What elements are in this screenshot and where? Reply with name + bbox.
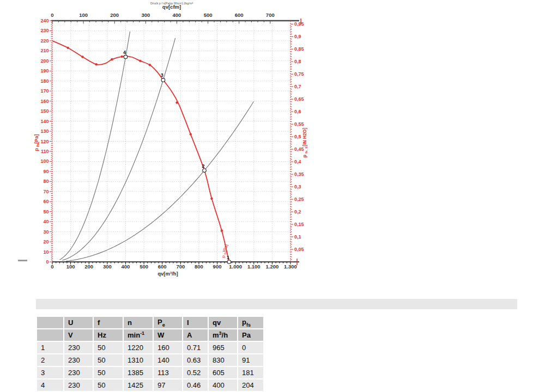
svg-text:70: 70 (43, 189, 49, 194)
table-cell: 2 (37, 354, 63, 366)
grid (52, 21, 290, 262)
svg-text:0,8: 0,8 (294, 59, 301, 64)
operating-point-marker-4 (124, 55, 128, 59)
operating-point-marker-3 (161, 78, 165, 82)
svg-text:0,7: 0,7 (294, 84, 301, 89)
svg-text:100: 100 (79, 12, 88, 18)
svg-text:120: 120 (40, 139, 49, 144)
table-cell: 50 (94, 379, 123, 391)
table-cell: 50 (94, 367, 123, 378)
table-row: 22305013101400.6383091 (37, 354, 263, 366)
svg-text:0,05: 0,05 (294, 247, 304, 252)
table-cell: 113 (154, 367, 182, 378)
units-row: VHzmin-1WAm3/hPa (37, 329, 263, 341)
fan-performance-chart: Druck p f s[Pa]qv Rho=1.2kg/m³qv[cfm]qv[… (0, 0, 327, 294)
svg-text:0: 0 (46, 259, 49, 265)
table-cell: 1310 (124, 354, 153, 366)
header-cell: I (183, 317, 208, 328)
fan-curve: p fs[Pa] (52, 41, 229, 262)
unit-cell: Pa (238, 329, 263, 341)
table-cell: 97 (154, 379, 182, 391)
curve-sample-dot (210, 198, 213, 200)
svg-text:60: 60 (43, 199, 49, 204)
svg-text:0,9: 0,9 (294, 34, 301, 39)
svg-text:1.000: 1.000 (229, 264, 242, 270)
table-cell: 965 (209, 342, 237, 353)
curve-sample-dot (221, 230, 223, 232)
curve-sample-dot (81, 56, 83, 58)
header-row: UfnPeIqvpfs (37, 317, 263, 328)
svg-text:10: 10 (43, 249, 49, 255)
fan-pressure-curve (52, 41, 229, 262)
curve-sample-dot (139, 60, 141, 62)
divider-dash (18, 260, 27, 261)
svg-text:500: 500 (140, 264, 148, 270)
svg-text:100: 100 (40, 158, 49, 164)
svg-text:140: 140 (40, 119, 49, 124)
unit-cell: A (183, 329, 208, 341)
table-cell: 0.63 (183, 354, 208, 366)
table-cell: 0.46 (183, 379, 208, 391)
svg-text:210: 210 (40, 48, 49, 53)
svg-text:0,85: 0,85 (294, 46, 304, 52)
system-curve-3 (63, 38, 175, 260)
curve-sample-dot (66, 47, 69, 49)
operating-point-marker-2 (203, 169, 207, 173)
table-cell: 230 (64, 354, 93, 366)
svg-text:230: 230 (40, 28, 49, 33)
svg-text:1.200: 1.200 (265, 264, 278, 270)
svg-text:0,5: 0,5 (294, 134, 301, 139)
svg-text:0,65: 0,65 (294, 96, 304, 102)
table-cell: 230 (64, 342, 93, 353)
table-row: 12305012201600.719650 (37, 342, 263, 353)
svg-text:150: 150 (40, 108, 49, 114)
svg-text:300: 300 (141, 12, 150, 18)
curve-sample-dot (95, 63, 97, 65)
svg-text:300: 300 (103, 264, 112, 270)
curve-sample-dot (149, 64, 151, 66)
svg-text:0,35: 0,35 (294, 171, 304, 177)
svg-text:500: 500 (204, 12, 213, 18)
svg-text:130: 130 (40, 128, 49, 134)
svg-text:40: 40 (43, 219, 49, 224)
table-cell: 830 (209, 354, 237, 366)
system-curves (59, 32, 253, 261)
svg-text:200: 200 (84, 264, 93, 270)
svg-text:0,1: 0,1 (294, 234, 301, 240)
svg-text:180: 180 (40, 78, 49, 84)
operating-point-marker-1 (227, 260, 231, 264)
table-cell: 160 (154, 342, 182, 353)
header-cell: n (124, 317, 153, 328)
svg-text:0,6: 0,6 (294, 109, 301, 114)
svg-text:160: 160 (40, 99, 49, 104)
svg-text:1.100: 1.100 (247, 264, 261, 270)
table-cell: 0.71 (183, 342, 208, 353)
table-cell: 1220 (124, 342, 153, 353)
svg-text:700: 700 (176, 264, 185, 270)
table-cell: 50 (94, 342, 123, 353)
svg-text:90: 90 (43, 169, 49, 174)
svg-text:600: 600 (158, 264, 167, 270)
svg-text:qv[m³/h]: qv[m³/h] (158, 271, 178, 277)
unit-cell: m3/h (209, 329, 237, 341)
unit-cell (37, 329, 63, 341)
svg-text:400: 400 (122, 264, 130, 270)
table-cell: 91 (238, 354, 263, 366)
system-curve-4 (59, 32, 130, 260)
table-cell: 3 (37, 367, 63, 378)
curve-sample-dot (111, 58, 113, 60)
header-cell: U (64, 317, 93, 328)
svg-text:1: 1 (227, 255, 229, 260)
svg-text:400: 400 (173, 12, 181, 18)
svg-text:0,25: 0,25 (294, 197, 304, 202)
table-cell: 605 (209, 367, 237, 378)
table-cell: 4 (37, 379, 63, 391)
unit-cell: Hz (94, 329, 123, 341)
header-cell (37, 317, 63, 328)
svg-text:900: 900 (213, 264, 222, 270)
svg-text:200: 200 (110, 12, 119, 18)
header-cell: f (94, 317, 123, 328)
table-cell: 1 (37, 342, 63, 353)
svg-text:110: 110 (41, 149, 49, 154)
svg-text:qv[cfm]: qv[cfm] (162, 4, 181, 10)
